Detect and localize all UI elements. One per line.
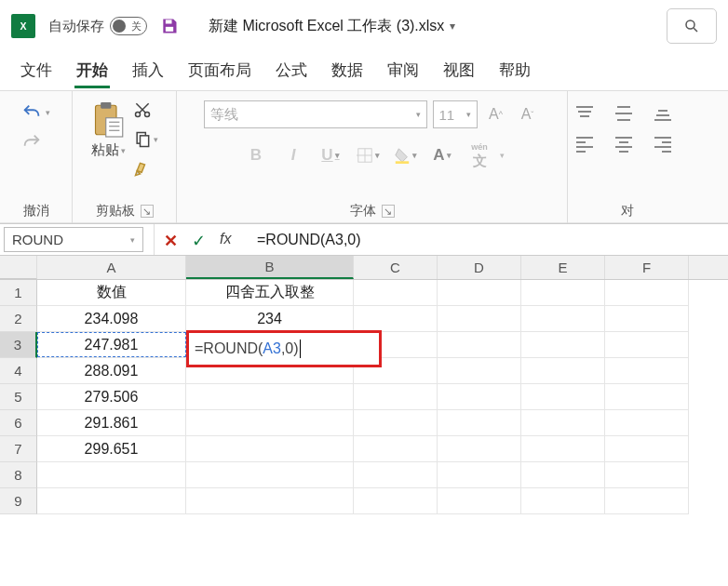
cell[interactable] — [354, 436, 438, 462]
cell[interactable] — [438, 332, 521, 358]
tab-file[interactable]: 文件 — [19, 56, 54, 90]
cell[interactable]: 279.506 — [37, 384, 186, 410]
cell[interactable] — [521, 358, 605, 384]
align-center-button[interactable] — [613, 135, 641, 156]
font-size-combo[interactable]: 11▾ — [433, 100, 478, 128]
cell[interactable] — [605, 280, 689, 306]
cell[interactable] — [354, 488, 438, 514]
cell[interactable] — [521, 384, 605, 410]
align-top-button[interactable] — [574, 104, 602, 126]
cell[interactable] — [354, 462, 438, 488]
cell[interactable] — [605, 436, 689, 462]
cell[interactable]: 291.861 — [37, 410, 186, 436]
row-header[interactable]: 5 — [0, 384, 37, 410]
cell[interactable]: 247.981 — [37, 332, 186, 358]
cell[interactable] — [605, 488, 689, 514]
increase-font-button[interactable]: A^ — [483, 101, 509, 127]
font-name-combo[interactable]: 等线▾ — [204, 100, 427, 128]
paste-button[interactable]: 粘贴▾ — [91, 100, 126, 159]
cell[interactable] — [37, 488, 186, 514]
cell[interactable] — [521, 280, 605, 306]
fill-color-button[interactable]: ▾ — [388, 141, 422, 169]
col-header-A[interactable]: A — [37, 256, 186, 279]
cell[interactable]: 234 — [186, 306, 354, 332]
save-button[interactable] — [160, 17, 179, 35]
row-header[interactable]: 1 — [0, 280, 37, 306]
underline-button[interactable]: U ▾ — [314, 141, 347, 169]
row-header[interactable]: 7 — [0, 436, 37, 462]
cell[interactable] — [438, 436, 521, 462]
row-header[interactable]: 2 — [0, 306, 37, 332]
cell[interactable] — [605, 384, 689, 410]
col-header-B[interactable]: B — [186, 256, 354, 279]
align-middle-button[interactable] — [613, 104, 641, 126]
cell[interactable] — [354, 306, 438, 332]
cell[interactable]: 288.091 — [37, 358, 186, 384]
bold-button[interactable]: B — [239, 141, 273, 169]
clipboard-launcher[interactable]: ↘ — [141, 205, 154, 218]
filename[interactable]: 新建 Microsoft Excel 工作表 (3).xlsx ▾ — [209, 17, 455, 36]
cut-button[interactable] — [133, 100, 158, 119]
confirm-formula-button[interactable]: ✓ — [192, 231, 210, 249]
redo-button[interactable] — [21, 132, 42, 153]
cell[interactable] — [438, 306, 521, 332]
align-left-button[interactable] — [574, 135, 602, 156]
cell[interactable] — [438, 410, 521, 436]
cell[interactable] — [37, 462, 186, 488]
tab-view[interactable]: 视图 — [441, 56, 477, 90]
insert-function-button[interactable]: fx — [220, 231, 238, 249]
autosave-toggle[interactable]: 自动保存 关 — [48, 17, 147, 35]
align-right-button[interactable] — [653, 135, 681, 156]
cell[interactable] — [438, 358, 521, 384]
cell[interactable] — [438, 488, 521, 514]
cell[interactable] — [605, 306, 689, 332]
cell[interactable] — [605, 332, 689, 358]
tab-review[interactable]: 审阅 — [385, 56, 421, 90]
col-header-F[interactable]: F — [605, 256, 689, 279]
formula-input[interactable] — [248, 224, 728, 255]
cell[interactable] — [186, 436, 354, 462]
select-all-corner[interactable] — [0, 256, 37, 279]
tab-data[interactable]: 数据 — [330, 56, 365, 90]
row-header[interactable]: 3 — [0, 332, 37, 358]
cell[interactable] — [605, 358, 689, 384]
decrease-font-button[interactable]: Aˇ — [515, 101, 541, 127]
name-box[interactable]: ROUND ▾ — [4, 227, 143, 252]
cell[interactable] — [521, 410, 605, 436]
cell[interactable] — [605, 410, 689, 436]
row-header[interactable]: 6 — [0, 410, 37, 436]
cell[interactable] — [354, 410, 438, 436]
cancel-formula-button[interactable]: ✕ — [164, 231, 182, 249]
font-launcher[interactable]: ↘ — [382, 205, 395, 218]
cell[interactable] — [438, 462, 521, 488]
cell[interactable] — [186, 462, 354, 488]
col-header-E[interactable]: E — [521, 256, 605, 279]
format-painter-button[interactable] — [133, 160, 158, 179]
cell[interactable]: 234.098 — [37, 306, 186, 332]
cell-edit-overlay[interactable]: =ROUND(A3,0) — [186, 330, 382, 367]
col-header-D[interactable]: D — [438, 256, 521, 279]
cell[interactable] — [521, 332, 605, 358]
cell[interactable] — [438, 384, 521, 410]
cell[interactable] — [186, 488, 354, 514]
col-header-C[interactable]: C — [354, 256, 438, 279]
cell[interactable]: 299.651 — [37, 436, 186, 462]
tab-help[interactable]: 帮助 — [497, 56, 533, 90]
cell[interactable] — [605, 462, 689, 488]
cell[interactable] — [354, 280, 438, 306]
copy-button[interactable]: ▾ — [133, 130, 158, 149]
align-bottom-button[interactable] — [653, 104, 681, 126]
cell[interactable] — [186, 384, 354, 410]
font-color-button[interactable]: A ▾ — [425, 141, 459, 169]
search-button[interactable] — [667, 8, 717, 44]
cell[interactable] — [354, 384, 438, 410]
tab-formulas[interactable]: 公式 — [274, 56, 309, 90]
tab-insert[interactable]: 插入 — [130, 56, 166, 90]
tab-home[interactable]: 开始 — [74, 56, 110, 90]
row-header[interactable]: 8 — [0, 462, 37, 488]
cell[interactable]: 四舍五入取整 — [186, 280, 354, 306]
cell[interactable]: 数值 — [37, 280, 186, 306]
cell[interactable] — [521, 436, 605, 462]
row-header[interactable]: 9 — [0, 488, 37, 514]
cell[interactable] — [521, 306, 605, 332]
